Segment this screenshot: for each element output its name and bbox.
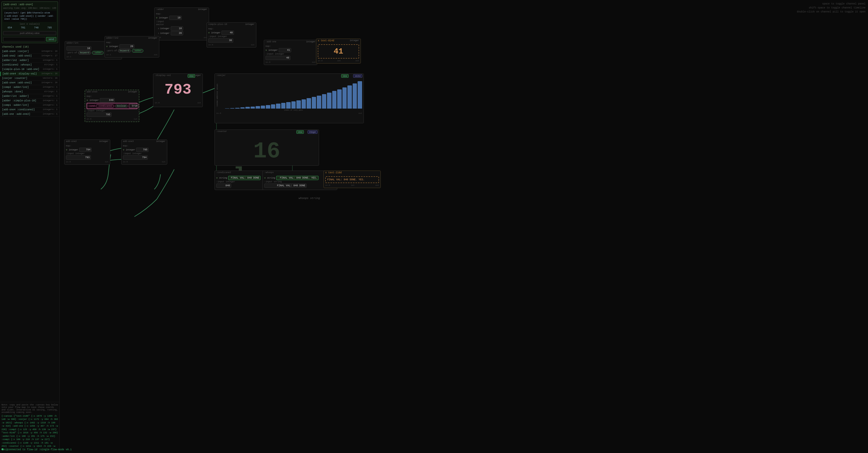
channel-name-13: [add-one4 :condicane2]: [2, 108, 35, 111]
channel-item-14[interactable]: [add-one :add-one2]integers: 1: [0, 112, 60, 117]
channel-item-11[interactable]: [adder :simple-plus-10]integers: 1: [0, 98, 60, 103]
ao3-input-label: :input integer: [123, 152, 165, 155]
channel-item-2[interactable]: [adder/in2 :adder]integers: 1: [0, 58, 60, 63]
chart-bar-7: [261, 106, 265, 109]
adder-v2-input[interactable]: [171, 31, 183, 35]
channel-name-1: [add-one2 :add-one3]: [2, 55, 32, 57]
ao-input-val[interactable]: [266, 56, 290, 60]
text-814d-title: x text-814d: [318, 39, 334, 42]
whoops-v-input[interactable]: [276, 176, 318, 180]
channel-name-6: [conjer :counter]: [2, 77, 27, 80]
add-one-node: :add-one integer map: v integer :input i…: [264, 40, 317, 65]
arbitrary-value-input[interactable]: [3, 37, 45, 41]
adder-in2-map-label: map:: [106, 41, 157, 44]
meta-waiting: waiting time:: [3, 7, 21, 9]
chart-bar-26: [358, 81, 362, 109]
adder-in2-v-input[interactable]: [119, 44, 134, 49]
display-val-out: out: [197, 102, 201, 104]
counter-int-btn[interactable]: integer: [308, 130, 317, 134]
channel-item-10[interactable]: [adder/int :adder]integers: 1: [0, 94, 60, 98]
cond2-input-val[interactable]: [216, 183, 231, 188]
ao2-v-input[interactable]: [79, 148, 92, 152]
channel-item-9[interactable]: [whoops :done]strings: 1: [0, 90, 60, 94]
counter-view-btn[interactable]: view: [297, 130, 304, 134]
val-1: 701: [21, 26, 25, 29]
text-210d-title: x text-210d: [325, 171, 342, 174]
ao-in: in-0: [266, 61, 270, 63]
chart-bar-14: [297, 101, 301, 109]
display-val-node: :display-val integer view 793 in-0 out: [153, 74, 203, 107]
adder-in2-node: adder/in2 integer map: v integer :port-o…: [104, 36, 159, 58]
adder-int-input[interactable]: [66, 46, 91, 51]
channel-name-0: [add-one4 :conjer]: [2, 50, 29, 53]
ao4-cond-name: :condicane2: [96, 104, 114, 108]
whoops-v-label: v: [264, 177, 266, 179]
adder-in2-out: out: [154, 54, 157, 56]
text-210d-node: x text-210d FINAL VAL: 840 DONE. YES. in…: [323, 171, 381, 188]
channel-item-4[interactable]: [simple-plus-10 :add-one]integers: 1: [0, 67, 60, 72]
ao4-v-label: v: [87, 99, 88, 102]
conjer-title: :conjer: [216, 74, 226, 77]
channel-name-10: [adder/int :adder]: [2, 95, 29, 97]
ao4-v-input[interactable]: [100, 98, 115, 102]
status-text: :connected to flow-id :single-flow-mode …: [6, 448, 72, 451]
channel-type-6: vectors: 16: [43, 77, 58, 80]
whoops-title: :whoops: [264, 171, 274, 174]
text-210d-value: FINAL VAL: 840 DONE. YES.: [325, 176, 379, 183]
adder-v2-idx: 1: [158, 32, 159, 34]
display-val-view-btn[interactable]: view: [188, 74, 195, 78]
channel-name-7: [add-one4 :add-one2]: [2, 81, 32, 84]
send-button[interactable]: send: [46, 37, 56, 41]
ao-map-label: map:: [266, 45, 315, 48]
adder-in2-type: integer: [148, 37, 157, 39]
conjer-view-btn[interactable]: view: [341, 74, 349, 78]
ao2-input-val[interactable]: [66, 155, 91, 160]
ao4-map-label: map:: [87, 95, 137, 97]
text-210d-let: let: [351, 184, 354, 186]
channel-item-8[interactable]: [comp2 :adder/in2]integers: 1: [0, 85, 60, 90]
chart-bar-6: [255, 106, 260, 109]
push-value-button[interactable]: push arbitrary value: [3, 31, 56, 35]
meta-mins: mins: 100: [44, 7, 56, 9]
channel-item-1[interactable]: [add-one2 :add-one3]integers: 17: [0, 54, 60, 58]
channel-item-12[interactable]: [comp1 :adder/int]integers: 1: [0, 103, 60, 108]
spt-v-input[interactable]: [221, 31, 234, 35]
channel-item-3[interactable]: [condicane2 :whoops]strings: 1: [0, 63, 60, 67]
channel-name-3: [condicane2 :whoops]: [2, 63, 32, 66]
channel-item-5[interactable]: [add-one4 :display-val]integers: 16: [0, 72, 60, 76]
ao2-input-label: :input integer: [66, 152, 108, 155]
adder-v-label: v: [156, 17, 157, 19]
channel-type-8: integers: 1: [43, 86, 58, 89]
spt-input-label: :input integer: [208, 35, 255, 38]
cond2-v-input[interactable]: [228, 176, 260, 180]
adder-title: :adder: [156, 8, 164, 11]
add-one2-node: add-one2 integer map: v integer :input i…: [64, 139, 110, 165]
channel-meta: waiting time: avg: 100 max: 100 mins: 10…: [3, 7, 56, 9]
add-one3-node: add-one3 integer map: v integer :input i…: [121, 139, 167, 165]
ao4-input-val[interactable]: [87, 113, 112, 117]
whoops-input-val[interactable]: [264, 183, 307, 188]
channel-type-9: strings: 1: [44, 90, 58, 93]
simple-plus-10-type: integer: [245, 23, 255, 26]
conjer-node: :conjer vector view vector random additi…: [215, 74, 364, 123]
channel-item-0[interactable]: [add-one4 :conjer]integers: 16: [0, 49, 60, 54]
text-210d-in: in-0: [325, 184, 330, 186]
spt-out: out: [251, 44, 255, 46]
channel-type-13: integers: 1: [43, 108, 58, 111]
spt-input-val[interactable]: [208, 38, 233, 43]
ao4-cond-label: :cond: [88, 105, 95, 107]
ao4-cond-val[interactable]: [129, 104, 139, 108]
ao3-v-input[interactable]: [136, 148, 149, 152]
adder-node: :adder integer map: v integer :input vec…: [154, 7, 209, 40]
adder-v-input[interactable]: [169, 16, 182, 20]
text-210d-out: out: [375, 184, 379, 186]
cond2-v-type: string: [219, 177, 227, 179]
channel-item-13[interactable]: [add-one4 :condicane2]integers: 1: [0, 108, 60, 112]
conjer-vector-btn[interactable]: vector: [353, 74, 362, 78]
channel-item-6[interactable]: [conjer :counter]vectors: 16: [0, 76, 60, 81]
channel-item-7[interactable]: [add-one4 :add-one2]integers: 16: [0, 81, 60, 85]
channel-name-14: [add-one :add-one2]: [2, 113, 30, 116]
adder-v1-input[interactable]: [171, 26, 183, 31]
ao-v-input[interactable]: [279, 48, 291, 52]
ao3-input-val[interactable]: [123, 155, 148, 160]
